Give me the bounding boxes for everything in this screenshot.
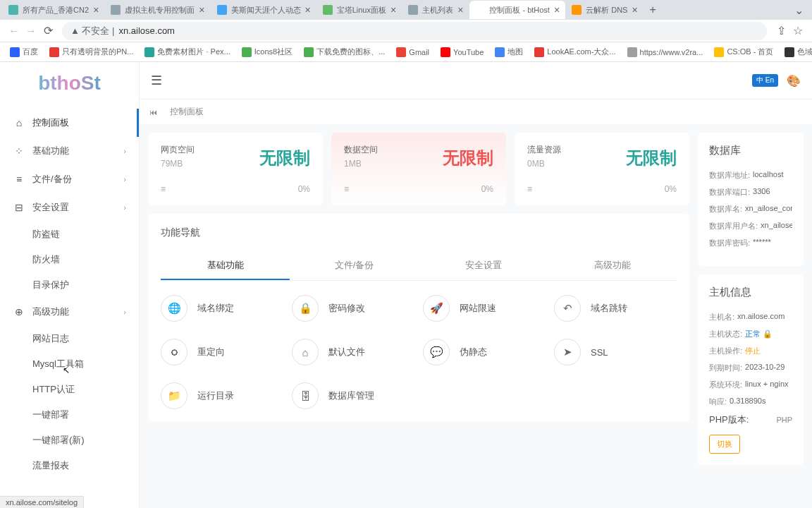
nav-item[interactable]: 🔒密码修改: [292, 295, 414, 322]
status-bar-link: xn.ailose.com/sitelog: [0, 496, 84, 508]
bookmark-icon: [144, 47, 154, 57]
tab-close-icon[interactable]: ×: [199, 4, 204, 16]
bookmark-icon: [714, 47, 724, 57]
nav-item-icon: 💬: [423, 339, 450, 365]
back-button[interactable]: ←: [6, 23, 23, 40]
menu-label: 基础功能: [32, 145, 69, 157]
tab-favicon: [475, 5, 485, 15]
stat-icon: ≡: [161, 184, 166, 194]
tab-close-icon[interactable]: ×: [632, 4, 637, 16]
sidebar-subitem[interactable]: 一键部署(新): [0, 428, 139, 453]
php-version-label: PHP版本:: [709, 413, 749, 426]
bookmark-item[interactable]: Icons8社区: [238, 45, 297, 59]
sidebar-item[interactable]: ≡文件/备份›: [0, 165, 139, 193]
sidebar-subitem[interactable]: 网站日志: [0, 326, 139, 351]
share-icon[interactable]: ⇪: [773, 23, 789, 40]
bookmark-item[interactable]: CS:OB - 首页: [710, 45, 777, 59]
bookmark-item[interactable]: 免费素材图片 · Pex...: [140, 45, 234, 59]
bookmark-item[interactable]: 下载免费的图标、...: [300, 45, 389, 59]
sidebar-subitem[interactable]: 防盗链: [0, 222, 139, 247]
star-icon[interactable]: ☆: [789, 23, 806, 40]
menu-label: 文件/备份: [32, 173, 72, 186]
language-toggle[interactable]: 中 En: [752, 74, 778, 87]
tab-close-icon[interactable]: ×: [93, 4, 99, 16]
nav-tab[interactable]: 文件/备份: [290, 252, 419, 280]
bookmark-item[interactable]: https://www.v2ra...: [623, 46, 708, 59]
db-row: 数据库密码:******: [709, 238, 792, 248]
nav-item-label: 域名跳转: [591, 302, 627, 315]
browser-tab[interactable]: 云解析 DNS×: [566, 1, 643, 19]
nav-item[interactable]: ➤SSL: [554, 339, 677, 365]
host-row: 到期时间:2023-10-29: [709, 363, 792, 373]
nav-item-icon: ⭘: [161, 339, 187, 365]
nav-item-label: 域名绑定: [197, 302, 234, 315]
db-row: 数据库地址:localhost: [709, 170, 792, 181]
browser-tab[interactable]: 美斯闻天涯个人动态×: [211, 1, 316, 19]
sidebar-item[interactable]: ⌂控制面板: [0, 109, 139, 137]
url-input[interactable]: ▲ 不安全 | xn.ailose.com: [62, 22, 767, 40]
sidebar-subitem[interactable]: 流量报表: [0, 453, 139, 478]
switch-php-button[interactable]: 切换: [709, 435, 740, 454]
tab-close-icon[interactable]: ×: [390, 4, 396, 16]
tab-favicon: [217, 5, 227, 15]
stat-value: 无限制: [626, 147, 677, 169]
sidebar-subitem[interactable]: HTTP认证: [0, 377, 139, 402]
nav-item-label: 重定向: [197, 346, 225, 358]
nav-item[interactable]: 🗄数据库管理: [292, 382, 414, 409]
bookmark-item[interactable]: 地图: [491, 45, 527, 59]
theme-icon[interactable]: 🎨: [787, 74, 801, 87]
nav-item-icon: ⌂: [292, 339, 319, 365]
nav-tab[interactable]: 安全设置: [419, 252, 548, 280]
forward-button[interactable]: →: [23, 23, 39, 40]
sidebar-subitem[interactable]: Mysql工具箱: [0, 351, 139, 377]
sidebar-item[interactable]: ⁘基础功能›: [0, 137, 139, 165]
bookmark-item[interactable]: 百度: [6, 45, 42, 59]
nav-item[interactable]: 📁运行目录: [161, 382, 283, 409]
nav-item[interactable]: 🚀网站限速: [423, 295, 546, 322]
tab-close-icon[interactable]: ×: [457, 4, 463, 16]
database-title: 数据库: [709, 144, 792, 157]
nav-item[interactable]: ⭘重定向: [161, 339, 283, 365]
bookmark-item[interactable]: Gmail: [392, 46, 433, 59]
breadcrumb-home-icon[interactable]: ⏮: [149, 108, 157, 116]
nav-item[interactable]: ⌂默认文件: [292, 339, 414, 365]
stat-percent: 0%: [665, 184, 677, 194]
sidebar-subitem[interactable]: 目录保护: [0, 272, 139, 298]
browser-tab[interactable]: 主机列表×: [402, 1, 469, 19]
nav-item-icon: 🚀: [423, 295, 450, 322]
sidebar-item[interactable]: ⊕高级功能›: [0, 298, 139, 326]
sidebar-subitem[interactable]: 防火墙: [0, 247, 139, 272]
new-tab-button[interactable]: +: [644, 4, 662, 16]
hamburger-icon[interactable]: ☰: [151, 73, 162, 88]
nav-item[interactable]: 💬伪静态: [423, 339, 546, 365]
nav-tab[interactable]: 高级功能: [548, 252, 677, 280]
tab-label: 云解析 DNS: [586, 5, 627, 16]
nav-tab[interactable]: 基础功能: [161, 252, 290, 280]
tab-close-icon[interactable]: ×: [554, 4, 560, 16]
nav-item[interactable]: ↶域名跳转: [554, 295, 677, 322]
menu-icon: ≡: [13, 174, 25, 185]
browser-tab[interactable]: 虚拟主机专用控制面×: [105, 1, 210, 19]
nav-item-icon: 🔒: [292, 295, 319, 322]
sidebar: bthoSt ⌂控制面板⁘基础功能›≡文件/备份›⊟安全设置›防盗链防火墙目录保…: [0, 62, 140, 508]
tab-close-icon[interactable]: ×: [305, 4, 311, 16]
bookmark-item[interactable]: 只有透明背景的PN...: [45, 45, 137, 59]
menu-label: 控制面板: [32, 116, 69, 129]
chevron-right-icon: ›: [123, 147, 126, 155]
tab-menu-icon[interactable]: ⌄: [789, 4, 809, 17]
bookmark-item[interactable]: YouTube: [436, 46, 488, 59]
bookmark-item[interactable]: 色域 (无圆减完整: [780, 45, 812, 59]
reload-button[interactable]: ⟳: [39, 23, 56, 40]
bookmark-item[interactable]: LookAE.com-大众...: [530, 45, 620, 59]
browser-tab[interactable]: 宝塔Linux面板×: [317, 1, 402, 19]
host-info-title: 主机信息: [709, 286, 792, 299]
stat-percent: 0%: [481, 184, 493, 194]
sidebar-subitem[interactable]: 一键部署: [0, 402, 139, 428]
browser-tab[interactable]: 控制面板 - btHost×: [469, 1, 565, 19]
browser-tab[interactable]: 所有产品_香港CN2×: [3, 1, 104, 19]
bookmark-icon: [534, 47, 544, 57]
menu-icon: ⊕: [13, 306, 25, 318]
sidebar-item[interactable]: ⊟安全设置›: [0, 193, 139, 222]
logo-text: bthoSt: [38, 72, 101, 95]
nav-item[interactable]: 🌐域名绑定: [161, 295, 283, 322]
